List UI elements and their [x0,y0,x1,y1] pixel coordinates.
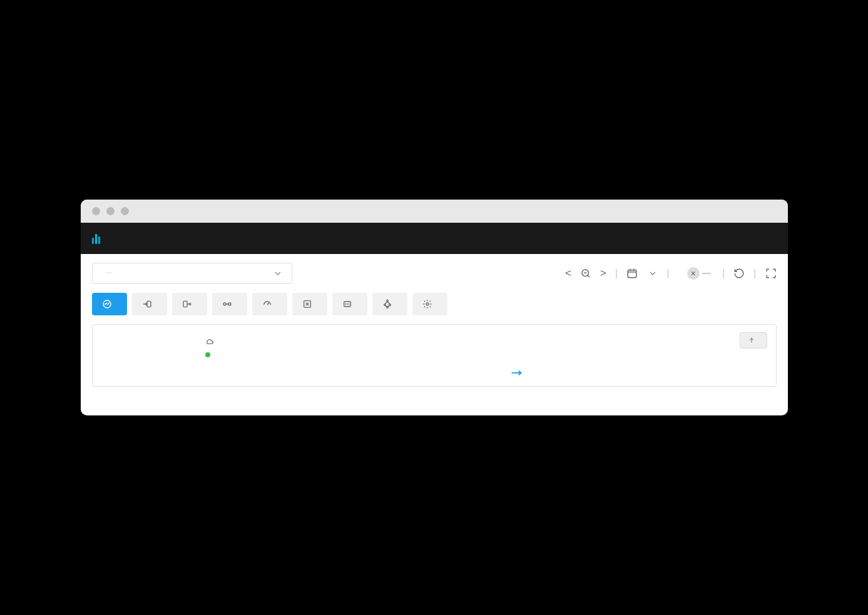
jvm-icon [342,299,352,309]
svg-point-22 [384,304,385,306]
svg-line-27 [385,306,387,307]
domain-label [105,370,205,376]
type-label [105,335,205,345]
detail-card [92,324,777,386]
svg-point-23 [389,304,391,306]
maximize-button[interactable] [121,207,129,215]
inbound-icon [142,299,152,309]
tabs [81,290,788,324]
gear-icon [422,299,432,309]
tab-jvm[interactable] [332,293,367,315]
tab-failures[interactable] [292,293,327,315]
app-selector[interactable] [92,263,292,284]
svg-point-21 [386,300,388,302]
domain-value [205,370,406,376]
toolbar: < > | | ✕ | | [81,254,788,290]
app-header [81,223,788,254]
time-range-selector[interactable] [626,268,658,279]
connectors-icon [222,299,232,309]
refresh-icon[interactable] [733,268,745,279]
tab-overview[interactable] [92,293,127,315]
collapse-icon [748,337,755,344]
app-window: < > | | ✕ | | [81,200,788,415]
fullscreen-icon[interactable] [765,268,777,279]
overview-icon [102,299,112,309]
status-label [105,352,205,357]
svg-point-29 [426,303,429,305]
tab-connectors[interactable] [212,293,247,315]
runtime-label [406,335,506,345]
svg-line-28 [387,306,390,307]
svg-point-10 [223,303,226,305]
close-button[interactable] [92,207,100,215]
svg-point-11 [228,303,231,305]
worker-value [506,352,763,357]
cloud-icon [205,337,214,346]
tab-infrastructure[interactable] [372,293,407,315]
hide-detail-button[interactable] [740,332,767,348]
infrastructure-icon [382,299,392,309]
tab-performance[interactable] [252,293,287,315]
zoom-prev[interactable]: < [565,267,571,280]
monitoring-icon [92,233,100,244]
zoom-icon[interactable] [580,268,591,279]
toolbar-right: < > | | ✕ | | [565,267,777,280]
chevron-down-icon [648,268,658,278]
tab-inbound[interactable] [132,293,167,315]
outbound-icon [182,299,192,309]
titlebar [81,200,788,223]
calendar-icon [626,268,638,279]
tab-custom[interactable] [412,293,447,315]
status-value [205,352,406,357]
svg-rect-9 [183,302,187,307]
arrow-right-icon [511,370,523,376]
zoom-next[interactable]: > [600,267,606,280]
runtime-value [506,335,763,345]
worker-label [406,352,506,357]
svg-line-13 [267,303,269,305]
x-icon: ✕ [687,267,700,280]
minimize-button[interactable] [106,207,115,215]
traffic-lights [92,207,129,215]
tab-outbound[interactable] [172,293,207,315]
chevron-down-icon [273,268,283,278]
svg-point-24 [386,307,388,308]
type-value [205,335,406,345]
svg-line-26 [387,302,390,304]
auto-refresh-toggle[interactable]: ✕ [687,267,713,280]
performance-icon [262,299,272,309]
svg-line-25 [385,302,387,304]
manage-application-link[interactable] [506,370,763,376]
app-badge [105,272,113,273]
failures-icon [302,299,312,309]
svg-rect-3 [628,270,636,278]
svg-line-2 [588,275,590,277]
